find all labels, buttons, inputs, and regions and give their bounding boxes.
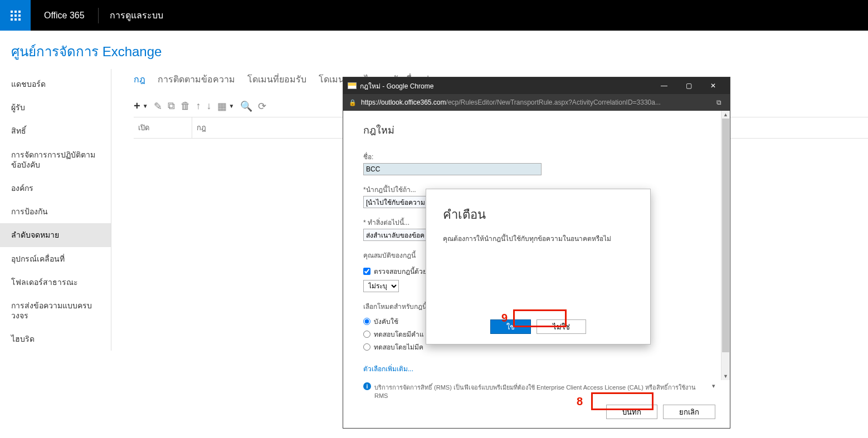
warning-buttons: ใช่ ไม่ใช่	[443, 319, 633, 334]
popup-address-bar: 🔒 https://outlook.office365.com/ecp/Rule…	[343, 94, 730, 111]
mode-enforce-radio[interactable]	[363, 318, 370, 325]
yes-button[interactable]: ใช่	[490, 319, 531, 334]
columns-icon[interactable]: ▦	[217, 100, 227, 112]
brand-label: Office 365	[31, 11, 98, 21]
audit-severity-select[interactable]: ไม่ระบุ	[363, 280, 399, 292]
mode-test-tips-radio[interactable]	[363, 331, 370, 338]
popup-heading: กฎใหม่	[363, 122, 715, 138]
waffle-icon	[11, 11, 21, 21]
search-icon[interactable]: 🔍	[240, 100, 252, 112]
url-host: https://outlook.office365.com	[361, 99, 446, 106]
add-icon[interactable]: +	[134, 100, 140, 112]
audit-checkbox-label: ตรวจสอบกฎนี้ด้วย	[374, 266, 427, 277]
tab-rules[interactable]: กฎ	[134, 72, 145, 86]
sidebar-item-recipients[interactable]: ผู้รับ	[0, 96, 111, 119]
warning-dialog: คำเตือน คุณต้องการให้นำกฎนี้ไปใช้กับทุกข…	[426, 189, 651, 345]
grid-header-enabled[interactable]: เปิด	[134, 117, 192, 138]
info-icon: i	[363, 382, 371, 390]
scroll-thumb[interactable]	[722, 119, 729, 352]
popup-info-row: i บริการการจัดการสิทธิ์ (RMS) เป็นฟีเจอร…	[343, 380, 730, 399]
popout-icon[interactable]: ⧉	[716, 99, 724, 106]
sidebar-item-mailflow[interactable]: ลำดับจดหมาย	[0, 223, 111, 247]
close-button[interactable]: ✕	[701, 77, 725, 94]
info-text: บริการการจัดการสิทธิ์ (RMS) เป็นฟีเจอร์แ…	[374, 382, 709, 399]
sidebar-item-hybrid[interactable]: ไฮบริด	[0, 327, 111, 351]
no-button[interactable]: ไม่ใช่	[537, 319, 586, 334]
sidebar-item-publicfolders[interactable]: โฟลเดอร์สาธารณะ	[0, 270, 111, 294]
popup-footer: บันทึก ยกเลิก	[343, 399, 730, 428]
warning-title: คำเตือน	[443, 205, 633, 224]
delete-icon[interactable]: 🗑	[181, 100, 191, 112]
sidebar-item-compliance[interactable]: การจัดการการปฏิบัติตามข้อบังคับ	[0, 143, 111, 176]
popup-favicon-icon	[348, 82, 357, 89]
url-path: /ecp/RulesEditor/NewTransportRule.aspx?A…	[446, 99, 661, 106]
info-caret-icon[interactable]: ▾	[712, 382, 715, 390]
apply-if-select[interactable]	[363, 196, 430, 208]
minimize-button[interactable]: —	[652, 77, 676, 94]
scrollbar[interactable]: ▲ ▼	[721, 111, 730, 380]
sidebar-item-dashboard[interactable]: แดชบอร์ด	[0, 72, 111, 96]
maximize-button[interactable]: ▢	[676, 77, 701, 94]
sidebar: แดชบอร์ด ผู้รับ สิทธิ์ การจัดการการปฏิบั…	[0, 69, 111, 351]
more-options-link[interactable]: ตัวเลือกเพิ่มเติม...	[363, 363, 715, 374]
tab-accepteddomains[interactable]: โดเมนที่ยอมรับ	[247, 72, 306, 86]
page-title: ศูนย์การจัดการ Exchange	[0, 31, 868, 69]
warning-text: คุณต้องการให้นำกฎนี้ไปใช้กับทุกข้อความใน…	[443, 233, 633, 244]
mode-test-tips-label: ทดสอบโดยมีคำแ	[374, 329, 424, 339]
sidebar-item-permissions[interactable]: สิทธิ์	[0, 119, 111, 142]
do-following-select[interactable]	[363, 229, 430, 241]
sidebar-item-protection[interactable]: การป้องกัน	[0, 200, 111, 223]
mode-enforce-label: บังคับใช้	[374, 316, 398, 327]
columns-dropdown-icon[interactable]: ▼	[229, 103, 235, 109]
tab-messagetrace[interactable]: การติดตามข้อความ	[158, 72, 235, 86]
top-bar: Office 365 การดูแลระบบ	[0, 0, 868, 31]
sidebar-item-mobile[interactable]: อุปกรณ์เคลื่อนที่	[0, 247, 111, 270]
copy-icon[interactable]: ⧉	[168, 100, 175, 112]
audit-checkbox[interactable]	[363, 268, 370, 275]
sidebar-item-organization[interactable]: องค์กร	[0, 176, 111, 200]
popup-titlebar[interactable]: กฎใหม่ - Google Chrome — ▢ ✕	[343, 77, 730, 94]
topbar-section-label[interactable]: การดูแลระบบ	[99, 8, 174, 22]
name-label: ชื่อ:	[363, 151, 715, 162]
popup-window-title: กฎใหม่ - Google Chrome	[360, 81, 433, 91]
lock-icon: 🔒	[349, 99, 357, 106]
mode-test-notips-radio[interactable]	[363, 343, 370, 351]
mode-test-notips-label: ทดสอบโดยไม่มีค	[374, 342, 423, 352]
edit-icon[interactable]: ✎	[154, 100, 162, 112]
sidebar-item-unifiedmessaging[interactable]: การส่งข้อความแบบครบวงจร	[0, 294, 111, 327]
scroll-up-icon[interactable]: ▲	[721, 111, 730, 119]
scroll-down-icon[interactable]: ▼	[721, 372, 730, 380]
down-icon[interactable]: ↓	[207, 100, 212, 112]
cancel-button[interactable]: ยกเลิก	[663, 405, 715, 419]
add-dropdown-icon[interactable]: ▼	[143, 103, 148, 109]
up-icon[interactable]: ↑	[196, 100, 201, 112]
save-button[interactable]: บันทึก	[606, 405, 657, 419]
app-launcher-button[interactable]	[0, 0, 31, 31]
refresh-icon[interactable]: ⟳	[258, 100, 266, 112]
rule-name-input[interactable]	[363, 163, 542, 175]
